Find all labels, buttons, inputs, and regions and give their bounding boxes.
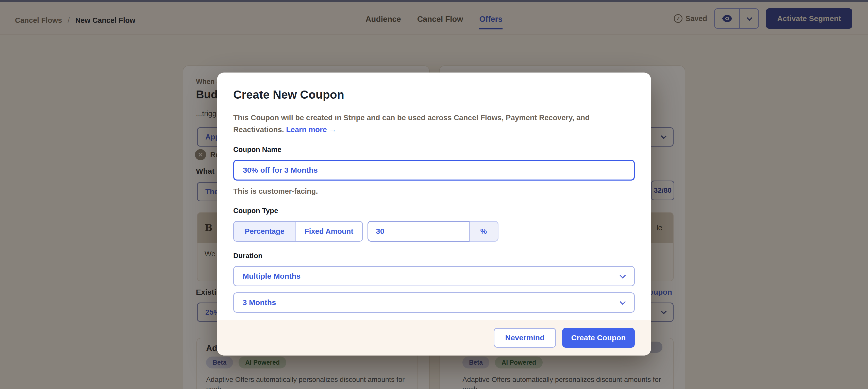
coupon-name-value: 30% off for 3 Months bbox=[243, 166, 318, 174]
learn-more-link[interactable]: Learn more → bbox=[286, 125, 336, 134]
duration-months-select[interactable]: 3 Months bbox=[233, 292, 635, 313]
amount-input[interactable]: 30 bbox=[368, 221, 469, 242]
fixed-amount-option[interactable]: Fixed Amount bbox=[296, 222, 362, 241]
coupon-name-input[interactable]: 30% off for 3 Months bbox=[233, 160, 635, 181]
create-coupon-modal: Create New Coupon This Coupon will be cr… bbox=[217, 72, 651, 356]
percent-suffix: % bbox=[469, 221, 498, 242]
create-coupon-button[interactable]: Create Coupon bbox=[562, 328, 635, 348]
coupon-name-label: Coupon Name bbox=[233, 145, 635, 154]
duration-label: Duration bbox=[233, 252, 635, 260]
modal-footer: Nevermind Create Coupon bbox=[217, 320, 651, 356]
duration-months-value: 3 Months bbox=[243, 298, 276, 307]
amount-value: 30 bbox=[376, 227, 384, 235]
modal-title: Create New Coupon bbox=[233, 88, 635, 101]
coupon-type-label: Coupon Type bbox=[233, 207, 635, 215]
chevron-down-icon bbox=[620, 272, 626, 279]
nevermind-button[interactable]: Nevermind bbox=[494, 328, 556, 348]
modal-description: This Coupon will be created in Stripe an… bbox=[233, 111, 614, 135]
amount-input-group: 30 % bbox=[368, 221, 498, 242]
app-screen: Cancel Flows / New Cancel Flow Audience … bbox=[0, 0, 868, 389]
coupon-type-segmented-control: Percentage Fixed Amount bbox=[233, 221, 363, 242]
chevron-down-icon bbox=[620, 299, 626, 305]
coupon-name-helper: This is customer-facing. bbox=[233, 187, 635, 196]
duration-interval-value: Multiple Months bbox=[243, 272, 301, 281]
duration-interval-select[interactable]: Multiple Months bbox=[233, 266, 635, 286]
percentage-option[interactable]: Percentage bbox=[234, 222, 296, 241]
